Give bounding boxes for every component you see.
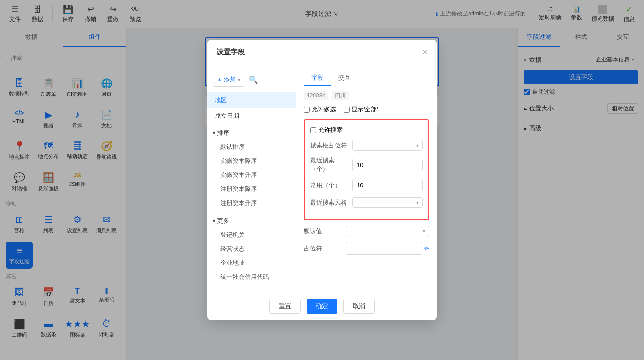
field-group-sort: ▾ 排序 默认排序 实缴资本降序 实缴资本升序 注册资本降序 注册资本升序 [207,124,296,212]
more-collapse-icon: ▾ [213,219,215,224]
form-row-default-value: 默认值 ▾ [304,226,429,236]
field-sub-reg-capital-asc[interactable]: 注册资本升序 [207,196,296,210]
field-sub-paid-capital-desc[interactable]: 实缴资本降序 [207,154,296,168]
allow-search-checkbox[interactable] [310,127,316,133]
form-row-value: 420034 四川 [304,92,429,100]
field-sub-business-status[interactable]: 经营状态 [207,242,296,256]
field-group-more: ▾ 更多 登记机关 经营状态 企业地址 统一社会信用代码 [207,212,296,286]
modal-tab-interact[interactable]: 交互 [331,71,358,86]
cancel-button[interactable]: 取消 [343,299,375,314]
show-all-checkbox[interactable] [344,107,350,113]
modal-right-tabs: 字段 交互 [304,71,429,86]
form-row-search-placeholder: 搜索框占位符 ▾ [310,140,423,151]
modal-footer: 重置 确定 取消 [207,292,437,320]
field-item-date[interactable]: 成立日期 [207,108,296,124]
modal-header: 设置字段 × [207,40,437,65]
field-group-more-header[interactable]: ▾ 更多 [207,214,296,228]
default-value-select[interactable]: ▾ [346,226,429,236]
field-item-region[interactable]: 地区 [207,92,296,108]
field-group-sort-header[interactable]: ▾ 排序 [207,126,296,140]
add-field-button[interactable]: + 添加 ▾ [213,73,245,87]
field-sub-reg-capital-desc[interactable]: 注册资本降序 [207,182,296,196]
show-all-label[interactable]: 显示'全部' [344,105,378,114]
red-search-section: 允许搜索 搜索框占位符 ▾ [304,119,429,220]
recent-style-select[interactable]: ▾ [352,197,423,208]
common-input[interactable] [352,179,423,191]
modal-close-button[interactable]: × [422,47,427,57]
reset-button[interactable]: 重置 [269,299,301,314]
modal-field-settings-panel: 字段 交互 420034 四川 允许多选 [296,65,437,292]
checkbox-pair: 允许多选 显示'全部' [304,105,378,114]
form-row-placeholder: 占位符 ✏ [304,242,429,255]
modal-backdrop[interactable]: 设置字段 × + 添加 ▾ 🔍 地区 成立日期 [0,0,644,360]
form-row-checkboxes: 允许多选 显示'全部' [304,105,429,114]
field-sub-default-sort[interactable]: 默认排序 [207,140,296,154]
allow-multiple-label[interactable]: 允许多选 [304,105,336,114]
sort-collapse-icon: ▾ [213,131,215,136]
modal-body: + 添加 ▾ 🔍 地区 成立日期 ▾ 排序 默认排序 [207,65,437,292]
placeholder-input[interactable] [346,242,422,255]
form-row-recent-search: 最近搜索（个） [310,156,423,173]
allow-search-label[interactable]: 允许搜索 [310,126,343,134]
confirm-button[interactable]: 确定 [307,299,337,314]
field-sub-uscc[interactable]: 统一社会信用代码 [207,270,296,284]
modal-toolbar: + 添加 ▾ 🔍 [207,71,296,92]
modal-field-list-panel: + 添加 ▾ 🔍 地区 成立日期 ▾ 排序 默认排序 [207,65,296,292]
placeholder-edit-icon[interactable]: ✏ [424,245,429,252]
form-row-allow-search: 允许搜索 [310,126,423,134]
modal-title: 设置字段 [217,48,245,57]
form-row-recent-style: 最近搜索风格 ▾ [310,197,423,208]
modal-tab-field[interactable]: 字段 [304,71,331,86]
field-sub-registration-authority[interactable]: 登记机关 [207,228,296,242]
search-placeholder-select[interactable]: ▾ [352,140,423,151]
modal-set-field: 设置字段 × + 添加 ▾ 🔍 地区 成立日期 [207,40,437,320]
modal-search-icon[interactable]: 🔍 [249,75,258,84]
allow-multiple-checkbox[interactable] [304,107,310,113]
field-sub-company-address[interactable]: 企业地址 [207,256,296,270]
form-row-common: 常用（个） [310,179,423,191]
field-sub-paid-capital-asc[interactable]: 实缴资本升序 [207,168,296,182]
recent-search-input[interactable] [352,159,423,171]
